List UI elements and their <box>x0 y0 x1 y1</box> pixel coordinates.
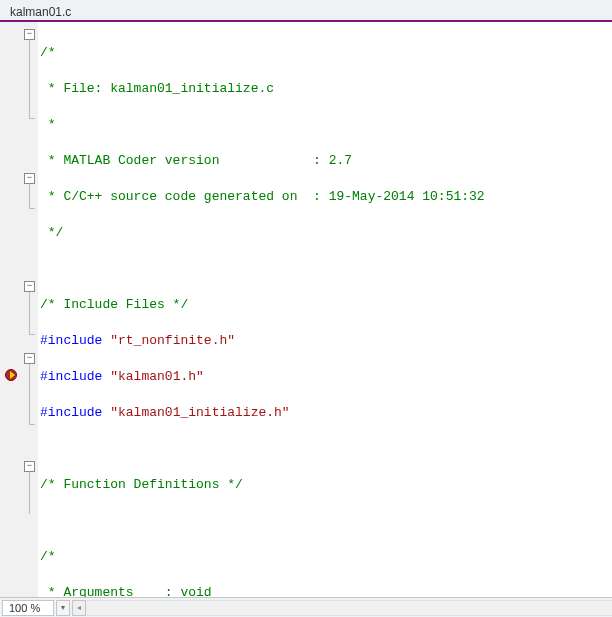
fold-toggle[interactable]: − <box>24 281 35 292</box>
tab-bar: kalman01.c <box>0 0 612 22</box>
code-text: /* Include Files */ <box>40 297 188 312</box>
code-text: "kalman01.h" <box>110 369 204 384</box>
chevron-left-icon: ◂ <box>77 603 81 612</box>
chevron-down-icon: ▾ <box>61 603 65 612</box>
current-line-arrow-icon <box>10 371 15 379</box>
code-text: #include <box>40 405 110 420</box>
code-text: /* Function Definitions */ <box>40 477 243 492</box>
code-text: * C/C++ source code generated on : 19-Ma… <box>40 189 485 204</box>
gutter: − − − − − <box>0 22 38 597</box>
status-bar: 100 % ▾ ◂ <box>0 597 612 617</box>
code-text: * <box>40 117 56 132</box>
code-text: "rt_nonfinite.h" <box>110 333 235 348</box>
code-text: "kalman01_initialize.h" <box>110 405 289 420</box>
fold-toggle[interactable]: − <box>24 29 35 40</box>
fold-toggle[interactable]: − <box>24 461 35 472</box>
code-text: /* <box>40 45 56 60</box>
fold-toggle[interactable]: − <box>24 353 35 364</box>
code-text: /* <box>40 549 56 564</box>
code-text: * File: kalman01_initialize.c <box>40 81 274 96</box>
fold-toggle[interactable]: − <box>24 173 35 184</box>
editor-area: − − − − − /* * File: kalman01_initialize… <box>0 22 612 597</box>
tab-kalman01[interactable]: kalman01.c <box>0 2 81 20</box>
code-text: * Arguments : void <box>40 585 212 597</box>
fold-column: − − − − − <box>24 22 38 597</box>
code-text: #include <box>40 369 110 384</box>
code-text-area[interactable]: /* * File: kalman01_initialize.c * * MAT… <box>38 22 612 597</box>
hscroll-left-button[interactable]: ◂ <box>72 600 86 616</box>
code-text: #include <box>40 333 110 348</box>
code-text: */ <box>40 225 63 240</box>
code-text: * MATLAB Coder version : 2.7 <box>40 153 352 168</box>
breakpoint-marker[interactable] <box>4 368 18 382</box>
hscroll-track[interactable] <box>86 600 612 616</box>
zoom-dropdown[interactable]: ▾ <box>56 600 70 616</box>
zoom-level[interactable]: 100 % <box>2 600 54 616</box>
